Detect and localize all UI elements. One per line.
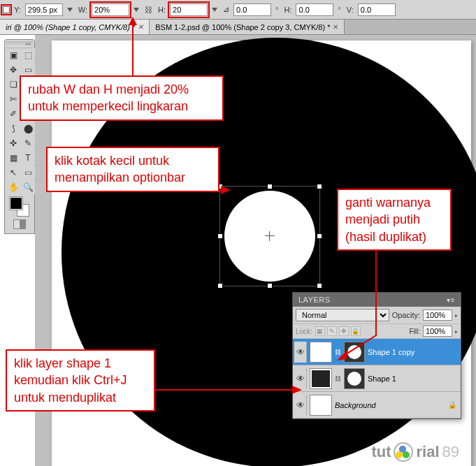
dropdown-icon[interactable] bbox=[212, 8, 217, 12]
v-skew-input[interactable] bbox=[358, 3, 396, 16]
visibility-icon[interactable]: 👁 bbox=[294, 342, 307, 363]
link-icon[interactable]: ⛓ bbox=[143, 6, 154, 14]
transform-handle[interactable] bbox=[317, 184, 322, 189]
heal-tool[interactable]: ✄ bbox=[6, 92, 20, 106]
document-tabs: iri @ 100% (Shape 1 copy, CMYK/8) * ✕ BS… bbox=[0, 20, 476, 35]
annotation-duplicate: klik layer shape 1 kemudian klik Ctrl+J … bbox=[6, 349, 155, 412]
svg-marker-4 bbox=[337, 349, 348, 361]
annotation-arrow bbox=[155, 383, 302, 397]
layer-thumbnail[interactable] bbox=[310, 368, 332, 389]
h-input[interactable] bbox=[170, 3, 208, 16]
layer-thumbnail[interactable] bbox=[310, 342, 332, 363]
panel-grip[interactable]: ▸▸ bbox=[6, 41, 33, 48]
transform-bounding-box[interactable] bbox=[219, 186, 320, 286]
fill-input[interactable] bbox=[423, 326, 452, 337]
transform-center-icon[interactable] bbox=[265, 231, 275, 241]
fill-label: Fill: bbox=[409, 328, 420, 335]
w-label: W: bbox=[78, 6, 87, 14]
degree-icon: ° bbox=[274, 6, 280, 14]
marquee-tool[interactable]: ⬚ bbox=[21, 48, 35, 62]
layer-name: Shape 1 bbox=[368, 374, 459, 383]
h-skew-input[interactable] bbox=[296, 3, 333, 16]
options-bar: Y: W: ⛓ H: ⊿ ° H: ° V: bbox=[0, 0, 476, 20]
annotation-resize: rubah W dan H menjadi 20% untuk memperke… bbox=[20, 75, 224, 121]
visibility-icon[interactable]: 👁 bbox=[294, 395, 307, 416]
dropdown-icon[interactable]: ▸ bbox=[455, 328, 458, 335]
gradient-tool[interactable]: ⬤ bbox=[21, 122, 35, 136]
transform-handle[interactable] bbox=[217, 233, 223, 239]
watermark: tut rial 89 bbox=[371, 442, 459, 462]
v-skew-label: V: bbox=[347, 6, 354, 14]
transform-handle[interactable] bbox=[267, 184, 273, 189]
svg-marker-3 bbox=[221, 186, 231, 194]
lasso-tool[interactable]: ✥ bbox=[6, 63, 20, 77]
link-icon: ⛓ bbox=[335, 375, 341, 382]
layer-background[interactable]: 👁 Background 🔒 bbox=[293, 392, 461, 418]
opacity-label: Opacity: bbox=[392, 311, 420, 319]
transform-handle[interactable] bbox=[217, 283, 223, 289]
zoom-tool[interactable]: 🔍 bbox=[21, 180, 35, 194]
watermark-logo-icon bbox=[394, 442, 413, 462]
pen-tool[interactable]: ▦ bbox=[6, 151, 20, 165]
lock-label: Lock: bbox=[296, 328, 312, 335]
reference-point-grid[interactable] bbox=[3, 6, 10, 13]
annotation-optionbar: klik kotak kecil untuk menampilkan optio… bbox=[46, 147, 219, 192]
path-select-tool[interactable]: ↖ bbox=[6, 166, 20, 180]
panel-menu-icon[interactable]: ▾≡ bbox=[447, 296, 455, 304]
y-label: Y: bbox=[14, 6, 21, 14]
document-tab-2[interactable]: BSM 1-2.psd @ 100% (Shape 2 copy 3, CMYK… bbox=[150, 20, 345, 34]
dropdown-icon[interactable] bbox=[134, 8, 139, 12]
annotation-arrow bbox=[334, 245, 383, 363]
quick-mask-toggle[interactable] bbox=[13, 219, 26, 229]
color-swatches bbox=[6, 194, 33, 232]
dodge-tool[interactable]: ✎ bbox=[21, 136, 35, 150]
transform-handle[interactable] bbox=[317, 283, 322, 289]
lock-transparency-icon[interactable]: ▦ bbox=[315, 326, 325, 336]
close-icon[interactable]: ✕ bbox=[333, 23, 338, 31]
quick-select-tool[interactable]: ▭ bbox=[21, 63, 35, 77]
hand-tool[interactable]: ✋ bbox=[6, 180, 20, 194]
dropdown-icon[interactable] bbox=[67, 8, 73, 12]
transform-handle[interactable] bbox=[267, 283, 273, 289]
svg-marker-6 bbox=[292, 386, 302, 394]
tab-label: iri @ 100% (Shape 1 copy, CMYK/8) * bbox=[6, 23, 135, 31]
crop-tool[interactable]: ❏ bbox=[6, 78, 20, 92]
blur-tool[interactable]: ✜ bbox=[6, 136, 20, 150]
shape-tool[interactable]: ▭ bbox=[21, 166, 35, 180]
h-skew-label: H: bbox=[284, 6, 291, 14]
type-tool[interactable]: T bbox=[21, 151, 35, 165]
opacity-input[interactable] bbox=[423, 310, 452, 321]
lock-icon: 🔒 bbox=[448, 401, 459, 409]
tab-label: BSM 1-2.psd @ 100% (Shape 2 copy 3, CMYK… bbox=[155, 23, 330, 31]
angle-input[interactable] bbox=[233, 3, 271, 16]
foreground-color[interactable] bbox=[10, 197, 22, 210]
dropdown-icon[interactable]: ▸ bbox=[455, 312, 458, 319]
layer-thumbnail[interactable] bbox=[310, 395, 332, 416]
mask-thumbnail[interactable] bbox=[344, 368, 365, 389]
y-input[interactable] bbox=[25, 3, 63, 16]
h-label: H: bbox=[158, 6, 166, 14]
eraser-tool[interactable]: ⟆ bbox=[6, 122, 20, 136]
move-tool[interactable]: ▣ bbox=[6, 48, 20, 62]
degree-icon: ° bbox=[336, 6, 342, 14]
layer-shape-1[interactable]: 👁 ⛓ Shape 1 bbox=[293, 365, 461, 392]
annotation-color: ganti warnanya menjadi putih (hasil dupl… bbox=[337, 189, 452, 251]
stamp-tool[interactable]: ✐ bbox=[6, 107, 20, 121]
transform-handle[interactable] bbox=[317, 233, 322, 239]
svg-marker-1 bbox=[129, 17, 137, 25]
w-input[interactable] bbox=[92, 3, 129, 16]
angle-label: ⊿ bbox=[223, 5, 229, 14]
panel-title: LAYERS bbox=[298, 296, 331, 304]
layer-name: Background bbox=[335, 401, 445, 409]
toolbox: ▸▸ ▣ ⬚ ✥ ▭ ❏ ✎ ✄ ⌕ ✐ ✚ ⟆ ⬤ ✜ ✎ ▦ T ↖ ▭ ✋… bbox=[4, 39, 35, 234]
annotation-arrow bbox=[119, 17, 147, 77]
